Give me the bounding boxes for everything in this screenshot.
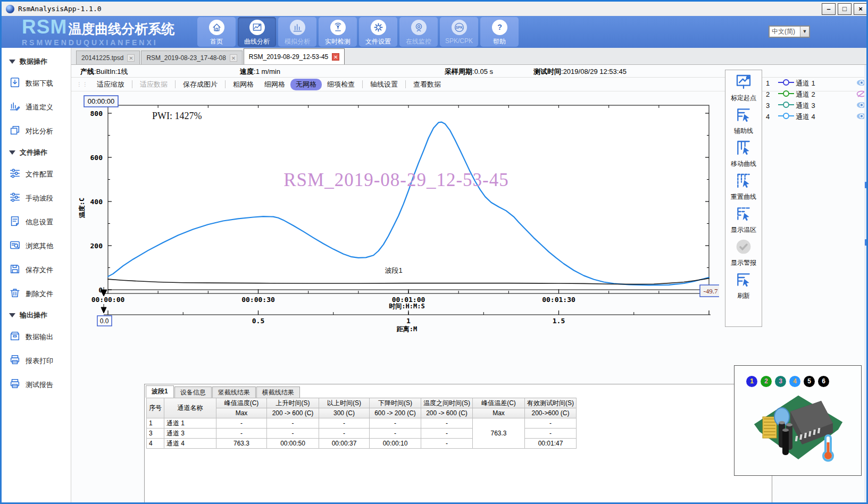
curve-tool-1[interactable]: 辅助线	[734, 106, 753, 136]
col-peakdiff: 峰值温差(C)	[473, 398, 525, 408]
sidebar-item-label: 数据输出	[26, 332, 53, 342]
sidebar-item-label: 测试报告	[26, 380, 53, 390]
temperature-chart[interactable]: 020040060080000:00:0000:00:3000:01:0000:…	[74, 94, 719, 339]
close-icon[interactable]: ✕	[332, 53, 339, 61]
trash-icon	[9, 287, 21, 300]
col-rise: 上升时间(S)	[267, 398, 319, 408]
test-time-info: 测试时间:2019/08/29 12:53:45	[533, 67, 627, 77]
sidebar-item[interactable]: 报表打印	[2, 349, 71, 373]
nav-button-4[interactable]: 文件设置	[359, 17, 397, 47]
chart-tool-4[interactable]: 细网格	[259, 79, 290, 90]
toolbar-divider	[225, 80, 226, 88]
docked-edge-strip[interactable]	[864, 65, 868, 502]
sidebar-item[interactable]: 文件配置	[2, 162, 71, 186]
sidebar-group-0[interactable]: 数据操作	[2, 52, 71, 71]
nav-button-0[interactable]: 首页	[197, 17, 236, 47]
chart-tool-5[interactable]: 无网格	[290, 79, 322, 90]
nav-button-3[interactable]: 实时检测	[319, 17, 357, 47]
results-table[interactable]: 序号 通道名称 峰值温度(C) 上升时间(S) 以上时间(S) 下降时间(S) …	[146, 398, 577, 449]
svg-text:00:00:00: 00:00:00	[91, 296, 125, 304]
sidebar-item[interactable]: 数据下载	[2, 71, 71, 95]
nav-button-7[interactable]: ? 帮助	[480, 17, 519, 47]
close-icon[interactable]: ✕	[230, 54, 237, 62]
curve-tool-3[interactable]: 重置曲线	[731, 172, 756, 201]
nav-button-1[interactable]: 曲线分析	[238, 17, 276, 47]
sidebar-item[interactable]: 浏览其他	[2, 234, 71, 258]
channel-row-1[interactable]: 1 通道 1	[766, 78, 868, 89]
y-axis-title: 温度:C	[78, 198, 86, 218]
col-valid: 有效测试时间(S)	[525, 398, 577, 408]
curve-tool-2[interactable]: 移动曲线	[731, 139, 756, 169]
sidebar-item[interactable]: 通道定义	[2, 95, 71, 119]
svg-text:00:00:30: 00:00:30	[241, 296, 275, 304]
document-tab-2[interactable]: RSM_2019-08-29_12-53-45✕	[244, 48, 345, 64]
svg-text:1: 1	[406, 317, 411, 325]
cell-valid: -	[525, 429, 577, 439]
maximize-button[interactable]: □	[838, 3, 852, 15]
results-tabs: 波段1设备信息竖截线结果横截线结果	[146, 387, 301, 398]
close-icon[interactable]: ✕	[127, 54, 135, 62]
results-tab-2[interactable]: 竖截线结果	[212, 387, 256, 398]
channel-badge-2[interactable]: 2	[761, 376, 772, 387]
sidebar-group-1[interactable]: 文件操作	[2, 143, 71, 162]
sidebar-group-2[interactable]: 输出操作	[2, 306, 71, 325]
cell-rise: -	[267, 418, 319, 429]
cell-fall: 00:00:10	[370, 439, 421, 449]
channel-badge-1[interactable]: 1	[746, 376, 757, 387]
svg-text:400: 400	[90, 198, 103, 206]
results-tab-3[interactable]: 横截线结果	[256, 387, 300, 398]
channel-row-2[interactable]: 2 通道 2	[766, 89, 868, 100]
language-select[interactable]: 中文(简) ▼	[769, 26, 810, 38]
channel-badge-6[interactable]: 6	[818, 376, 829, 387]
minimize-button[interactable]: –	[822, 3, 836, 15]
chevron-down-icon[interactable]: ▼	[800, 27, 809, 37]
sidebar-item[interactable]: 删除文件	[2, 282, 71, 306]
triangle-down-icon	[9, 60, 15, 64]
triangle-down-icon	[9, 150, 15, 155]
channel-badge-3[interactable]: 3	[775, 376, 786, 387]
toolbar-divider	[362, 80, 363, 88]
sidebar-item-label: 数据下载	[26, 79, 53, 88]
sidebar-item[interactable]: 对比分析	[2, 119, 71, 143]
channel-number: 1	[766, 79, 778, 87]
curve-tool-0[interactable]: 标定起点	[731, 73, 756, 103]
chart-tool-0[interactable]: 适应缩放	[91, 79, 130, 90]
sidebar-item[interactable]: 手动波段	[2, 186, 71, 210]
curve-tool-5[interactable]: 显示警报	[731, 238, 756, 267]
results-tab-1[interactable]: 设备信息	[174, 387, 212, 398]
channel-badge-5[interactable]: 5	[804, 376, 815, 387]
table-row[interactable]: 1 通道 1 - - - - - 763.3 -	[147, 418, 577, 429]
svg-text:800: 800	[90, 110, 103, 117]
curve-tool-6[interactable]: 刷新	[735, 271, 752, 300]
document-tab-1[interactable]: RSM_2019-08-23_17-48-08✕	[141, 51, 242, 64]
chart-tool-8[interactable]: 查看数据	[408, 79, 446, 90]
nav-label: 帮助	[493, 37, 506, 46]
close-button[interactable]: ×	[854, 3, 867, 15]
col-peak: 峰值温度(C)	[216, 398, 267, 408]
svg-text:?: ?	[497, 23, 502, 31]
sidebar-item-label: 保存文件	[26, 265, 53, 275]
sidebar-item[interactable]: 保存文件	[2, 258, 71, 282]
chart-tool-3[interactable]: 粗网格	[228, 79, 259, 90]
chart-tool-6[interactable]: 细项检查	[322, 79, 360, 90]
channel-badge-4[interactable]: 4	[789, 376, 800, 387]
curve-tool-label: 刷新	[737, 291, 750, 300]
cursor-arrow-distance[interactable]	[101, 304, 106, 313]
results-tab-0[interactable]: 波段1	[146, 385, 174, 398]
chart-tool-2[interactable]: 保存成图片	[178, 79, 223, 90]
channel-marker-icon	[778, 101, 796, 110]
sidebar-item-label: 手动波段	[26, 194, 53, 203]
sidebar-item[interactable]: 数据输出	[2, 325, 71, 349]
calibrate-start-icon	[735, 73, 752, 93]
cell-name: 通道 3	[164, 429, 216, 439]
cell-valid: -	[525, 418, 577, 429]
cell-above: 00:00:37	[319, 439, 370, 449]
channel-row-4[interactable]: 4 通道 4	[766, 111, 868, 122]
channel-row-3[interactable]: 3 通道 3	[766, 100, 868, 111]
chart-tool-7[interactable]: 轴线设置	[365, 79, 403, 90]
sub-valid: 200->600 (C)	[525, 408, 577, 418]
sidebar-item[interactable]: 测试报告	[2, 373, 71, 397]
curve-tool-4[interactable]: 显示温区	[731, 205, 756, 234]
document-tab-0[interactable]: 20141225.tpsd✕	[76, 51, 140, 64]
sidebar-item[interactable]: 信息设置	[2, 210, 71, 234]
